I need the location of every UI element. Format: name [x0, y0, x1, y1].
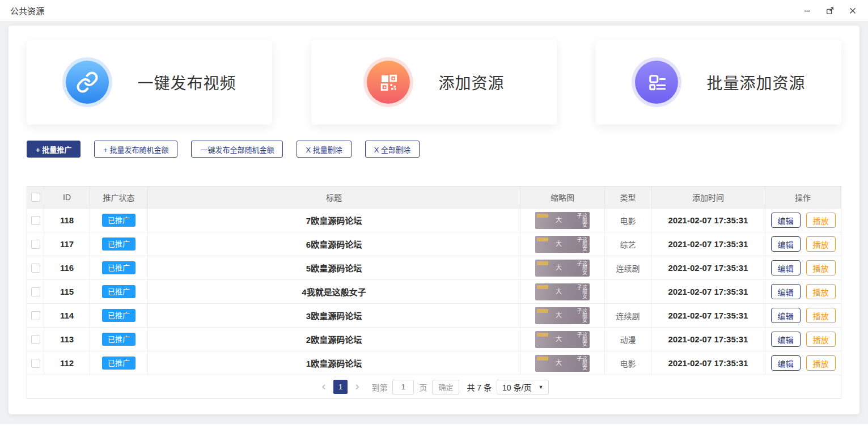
status-badge: 已推广: [102, 261, 136, 274]
play-button[interactable]: 播放: [806, 284, 836, 299]
current-page-button[interactable]: 1: [333, 380, 348, 394]
cell-status: 已推广: [90, 209, 148, 232]
edit-button[interactable]: 编辑: [771, 260, 801, 275]
close-button[interactable]: [845, 3, 860, 18]
edit-button[interactable]: 编辑: [771, 308, 801, 323]
cell-thumb: 大 这般女子: [520, 351, 605, 375]
cell-actions: 编辑 播放: [765, 328, 841, 351]
cell-title: 5欧皇源码论坛: [148, 256, 520, 279]
table-row: 115 已推广 4我就是这般女子 大 这般女子 2021-02-07 17:35…: [27, 279, 841, 303]
cell-time: 2021-02-07 17:35:31: [651, 280, 765, 303]
thumb-glyph-right: 这般女子: [576, 285, 587, 300]
row-checkbox[interactable]: [31, 359, 40, 368]
play-button[interactable]: 播放: [806, 260, 836, 275]
thumbnail-image[interactable]: 大 这般女子: [535, 212, 590, 229]
table-header: ID 推广状态 标题 缩略图 类型 添加时间 操作: [27, 186, 841, 208]
thumb-glyph-left: 大: [556, 217, 562, 223]
thumb-glyph-right: 这般女子: [576, 356, 587, 372]
maximize-button[interactable]: [823, 3, 837, 18]
cell-actions: 编辑 播放: [765, 232, 841, 256]
publish-all-random-button[interactable]: 一键发布全部随机金额: [191, 141, 283, 158]
header-title: 标题: [148, 186, 520, 208]
edit-button[interactable]: 编辑: [771, 332, 801, 347]
play-button[interactable]: 播放: [806, 308, 836, 323]
minimize-button[interactable]: [800, 3, 815, 18]
thumb-tag: [537, 309, 548, 313]
page-unit-label: 页: [419, 381, 427, 393]
edit-button[interactable]: 编辑: [771, 236, 801, 252]
select-all-checkbox[interactable]: [31, 193, 40, 202]
row-checkbox-cell: [27, 328, 44, 351]
cell-actions: 编辑 播放: [765, 256, 841, 279]
cell-type: 电影: [605, 351, 651, 375]
app-background: 一键发布视频: [0, 22, 868, 424]
row-checkbox[interactable]: [31, 311, 40, 320]
thumb-glyph-left: 大: [556, 288, 562, 295]
cell-status: 已推广: [90, 232, 148, 256]
cell-id: 112: [44, 351, 90, 375]
thumbnail-image[interactable]: 大 这般女子: [535, 260, 590, 277]
window-titlebar: 公共资源: [0, 0, 868, 22]
cell-type: 连续剧: [605, 304, 651, 327]
cell-actions: 编辑 播放: [765, 351, 841, 375]
play-button[interactable]: 播放: [806, 213, 836, 228]
thumb-glyph-left: 大: [556, 336, 562, 342]
thumb-glyph-right: 这般女子: [576, 308, 587, 324]
prev-page-icon[interactable]: ‹: [319, 381, 328, 393]
cell-title: 2欧皇源码论坛: [148, 328, 520, 351]
edit-button[interactable]: 编辑: [771, 213, 801, 228]
play-button[interactable]: 播放: [806, 236, 836, 252]
thumbnail-image[interactable]: 大 这般女子: [535, 283, 590, 300]
header-type: 类型: [605, 186, 651, 208]
table-row: 117 已推广 6欧皇源码论坛 大 这般女子 综艺 2021-02-07 17:…: [27, 232, 841, 256]
delete-all-button[interactable]: X 全部删除: [365, 141, 420, 158]
table-row: 113 已推广 2欧皇源码论坛 大 这般女子 动漫 2021-02-07 17:…: [27, 327, 841, 351]
row-checkbox-cell: [27, 232, 44, 256]
cell-title: 3欧皇源码论坛: [148, 304, 520, 327]
thumb-tag: [537, 237, 548, 241]
cell-title: 4我就是这般女子: [148, 280, 520, 303]
cell-thumb: 大 这般女子: [520, 232, 605, 256]
batch-add-resource-card[interactable]: 批量添加资源: [596, 40, 841, 125]
status-badge: 已推广: [102, 357, 136, 370]
cell-actions: 编辑 播放: [765, 304, 841, 327]
cell-status: 已推广: [90, 256, 148, 279]
cell-time: 2021-02-07 17:35:31: [651, 328, 765, 351]
batch-promote-button[interactable]: + 批量推广: [27, 141, 81, 158]
quick-action-cards: 一键发布视频: [27, 40, 841, 125]
thumb-glyph-right: 这般女子: [576, 332, 587, 348]
thumb-tag: [537, 214, 548, 218]
edit-button[interactable]: 编辑: [771, 284, 801, 299]
edit-button[interactable]: 编辑: [771, 355, 801, 371]
thumb-glyph-right: 这般女子: [576, 237, 587, 253]
thumbnail-image[interactable]: 大 这般女子: [535, 236, 590, 253]
row-checkbox-cell: [27, 351, 44, 375]
goto-page-input[interactable]: [392, 380, 414, 394]
batch-publish-random-button[interactable]: + 批量发布随机金额: [94, 141, 177, 158]
batch-delete-button[interactable]: X 批量删除: [297, 141, 351, 158]
goto-label: 到第: [371, 381, 387, 393]
thumbnail-image[interactable]: 大 这般女子: [535, 355, 590, 372]
cell-id: 114: [44, 304, 90, 327]
row-checkbox[interactable]: [31, 240, 40, 249]
cell-title: 7欧皇源码论坛: [148, 209, 520, 232]
cell-title: 6欧皇源码论坛: [148, 232, 520, 256]
confirm-page-button[interactable]: 确定: [432, 380, 459, 394]
row-checkbox[interactable]: [31, 216, 40, 225]
add-resource-card[interactable]: 添加资源: [311, 40, 557, 125]
row-checkbox[interactable]: [31, 335, 40, 344]
page-size-value: 10 条/页: [502, 381, 531, 393]
row-checkbox[interactable]: [31, 264, 40, 273]
play-button[interactable]: 播放: [806, 332, 836, 347]
header-checkbox-cell: [27, 186, 44, 208]
thumb-tag: [537, 357, 548, 360]
cell-type: [605, 280, 651, 303]
thumbnail-image[interactable]: 大 这般女子: [535, 331, 590, 348]
play-button[interactable]: 播放: [806, 355, 836, 371]
thumb-tag: [537, 333, 548, 337]
thumbnail-image[interactable]: 大 这般女子: [535, 307, 590, 324]
next-page-icon[interactable]: ›: [353, 381, 362, 393]
page-size-select[interactable]: 10 条/页 ▼: [497, 380, 549, 394]
publish-video-card[interactable]: 一键发布视频: [27, 40, 272, 125]
row-checkbox[interactable]: [31, 287, 40, 296]
